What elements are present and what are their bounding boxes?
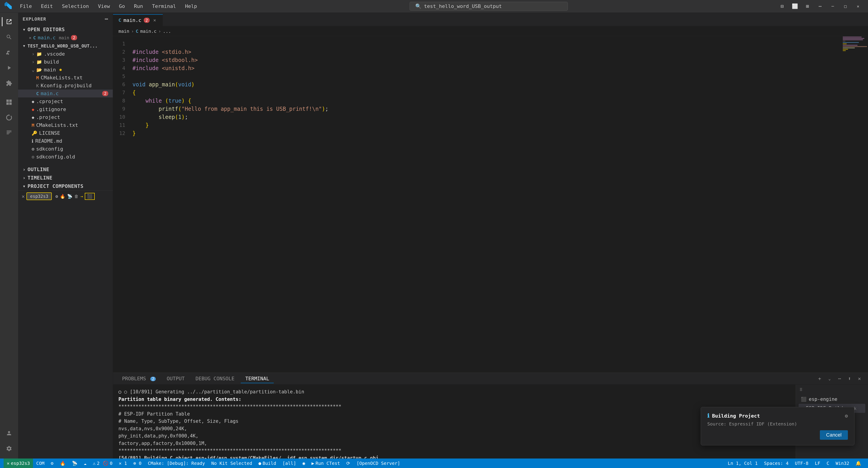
panel-toggle-btn[interactable]: ⬜: [789, 2, 800, 10]
tree-gitignore[interactable]: ◆ .gitignore: [18, 105, 113, 113]
status-errors[interactable]: ⚠ 2 🚫 0: [90, 459, 116, 468]
panel-close-btn[interactable]: ✕: [855, 375, 864, 383]
sidebar-more-btn[interactable]: ⋯: [105, 16, 108, 22]
activity-explorer[interactable]: [2, 14, 16, 29]
panel-add-btn[interactable]: +: [815, 375, 824, 383]
search-box[interactable]: 🔍 test_hello_word_USB_output: [410, 2, 568, 11]
status-openocd-reload[interactable]: ⟳: [343, 459, 353, 468]
activity-account[interactable]: [2, 426, 16, 440]
menu-go[interactable]: Go: [115, 2, 129, 10]
layout-toggle-btn[interactable]: ⊟: [777, 2, 787, 10]
status-zero[interactable]: ⊕ 0: [130, 459, 145, 468]
close-file-icon[interactable]: ✕: [29, 35, 31, 40]
minimize-btn[interactable]: ─: [827, 2, 838, 10]
status-openocd[interactable]: [OpenOCD Server]: [353, 459, 403, 468]
outline-section[interactable]: › OUTLINE: [18, 165, 113, 174]
notif-settings-btn[interactable]: ⚙: [845, 413, 848, 419]
status-notification[interactable]: 🔔: [852, 459, 864, 468]
breadcrumb-more[interactable]: ...: [163, 29, 171, 34]
menu-view[interactable]: View: [94, 2, 114, 10]
tree-project[interactable]: ◆ .project: [18, 113, 113, 121]
activity-extensions[interactable]: [2, 76, 16, 90]
status-build-target[interactable]: [all]: [279, 459, 299, 468]
activity-run-debug[interactable]: [2, 61, 16, 75]
sidebar-fire-icon[interactable]: 🔥: [60, 194, 65, 199]
tree-main[interactable]: ⌄ 📂 main: [18, 66, 113, 74]
close-btn[interactable]: ✕: [852, 2, 864, 10]
timeline-section[interactable]: › TIMELINE: [18, 174, 113, 182]
activity-search[interactable]: [2, 30, 16, 44]
panel-tab-debug-console[interactable]: DEBUG CONSOLE: [191, 374, 239, 383]
open-editors-section[interactable]: ▾ OPEN EDITORS: [18, 25, 113, 34]
menu-run[interactable]: Run: [130, 2, 147, 10]
panel-tab-problems[interactable]: PROBLEMS 2: [118, 374, 160, 383]
open-editor-main-c[interactable]: ✕ C main.c main 2: [18, 34, 113, 41]
tree-vscode[interactable]: › 📁 .vscode: [18, 50, 113, 58]
sidebar-com-icon[interactable]: ⚙: [55, 194, 58, 199]
status-device[interactable]: ✕ esp32s3: [4, 459, 33, 468]
status-monitor[interactable]: 📡: [69, 459, 81, 468]
sidebar-trash-icon[interactable]: 🗑: [74, 194, 79, 199]
menu-file[interactable]: File: [16, 2, 35, 10]
status-eol[interactable]: LF: [812, 459, 824, 468]
code-content[interactable]: #include <stdio.h> #include <stdbool.h> …: [129, 36, 841, 373]
sidebar-arrow-icon[interactable]: →: [81, 194, 83, 199]
tree-build[interactable]: › 📁 build: [18, 58, 113, 66]
status-platform[interactable]: Win32: [833, 459, 852, 468]
tree-license[interactable]: 🔑 LICENSE: [18, 129, 113, 137]
tree-cproject[interactable]: ◆ .cproject: [18, 97, 113, 105]
tree-cmakelists-root[interactable]: M CMakeLists.txt: [18, 121, 113, 129]
tree-kconfig[interactable]: K Kconfig.projbuild: [18, 82, 113, 90]
menu-terminal[interactable]: Terminal: [148, 2, 180, 10]
status-cmake[interactable]: CMake: [Debug]: Ready: [145, 459, 208, 468]
menu-help[interactable]: Help: [181, 2, 200, 10]
sidebar-chip2-icon[interactable]: ⬛: [85, 193, 95, 200]
status-com[interactable]: COM: [33, 459, 48, 468]
project-section[interactable]: ▾ TEST_HELLO_WORD_USB_OUT...: [18, 41, 113, 50]
status-x1[interactable]: ✕ 1: [116, 459, 130, 468]
sidebar-close-icon[interactable]: ✕: [22, 193, 25, 199]
activity-testing[interactable]: [2, 110, 16, 125]
status-encoding[interactable]: UTF-8: [792, 459, 811, 468]
tree-main-c[interactable]: C main.c 2: [18, 90, 113, 97]
editor-layout-btn[interactable]: ⊞: [802, 2, 813, 10]
breadcrumb-filename[interactable]: main.c: [140, 29, 156, 34]
sidebar-monitor-icon[interactable]: 📡: [67, 194, 72, 199]
activity-idf-size[interactable]: [2, 126, 16, 140]
status-kit[interactable]: No Kit Selected: [208, 459, 255, 468]
activity-espressif[interactable]: [2, 95, 16, 110]
panel-maximize-btn[interactable]: ⬆: [845, 375, 854, 383]
notif-cancel-btn[interactable]: Cancel: [820, 430, 848, 440]
tab-main-c[interactable]: C main.c 2 ✕: [113, 14, 163, 26]
status-record[interactable]: ◉: [299, 459, 308, 468]
activity-bar: [0, 13, 18, 459]
menu-edit[interactable]: Edit: [37, 2, 57, 10]
status-flash[interactable]: 🔥: [57, 459, 69, 468]
panel-tab-terminal[interactable]: TERMINAL: [241, 374, 274, 383]
more-btn[interactable]: ⋯: [815, 2, 826, 10]
status-language[interactable]: C: [824, 459, 833, 468]
tab-close-btn[interactable]: ✕: [152, 18, 157, 23]
status-run-ctest-icon[interactable]: ▶ Run CTest: [308, 459, 343, 468]
status-indent[interactable]: Spaces: 4: [761, 459, 792, 468]
tree-readme[interactable]: ℹ README.md: [18, 137, 113, 145]
panel-split-btn[interactable]: ⌄: [826, 375, 834, 383]
terminal-item-esp-engine[interactable]: ⬛ esp-engine: [799, 395, 865, 404]
tree-sdkconfig[interactable]: ⚙ sdkconfig: [18, 145, 113, 153]
status-cursor[interactable]: Ln 1, Col 1: [725, 459, 761, 468]
maximize-btn[interactable]: □: [840, 2, 851, 10]
terminal-main[interactable]: ○ ○ [10/891] Generating ../../partition_…: [113, 384, 796, 459]
activity-source-control[interactable]: [2, 45, 16, 60]
project-components-section[interactable]: ▾ PROJECT COMPONENTS: [18, 182, 113, 190]
status-settings[interactable]: ⚙: [48, 459, 57, 468]
tree-sdkconfig-old[interactable]: ⚙ sdkconfig.old: [18, 153, 113, 161]
sidebar-chip[interactable]: esp32s3: [26, 192, 52, 200]
status-build[interactable]: ● Build: [255, 459, 279, 468]
breadcrumb-main[interactable]: main: [119, 29, 129, 34]
status-cloud[interactable]: ☁: [81, 459, 90, 468]
tree-cmakelists-main[interactable]: M CMakeLists.txt: [18, 74, 113, 82]
panel-more-btn[interactable]: ⋯: [835, 375, 844, 383]
panel-tab-output[interactable]: OUTPUT: [162, 374, 189, 383]
activity-settings[interactable]: [2, 441, 16, 456]
menu-selection[interactable]: Selection: [58, 2, 92, 10]
